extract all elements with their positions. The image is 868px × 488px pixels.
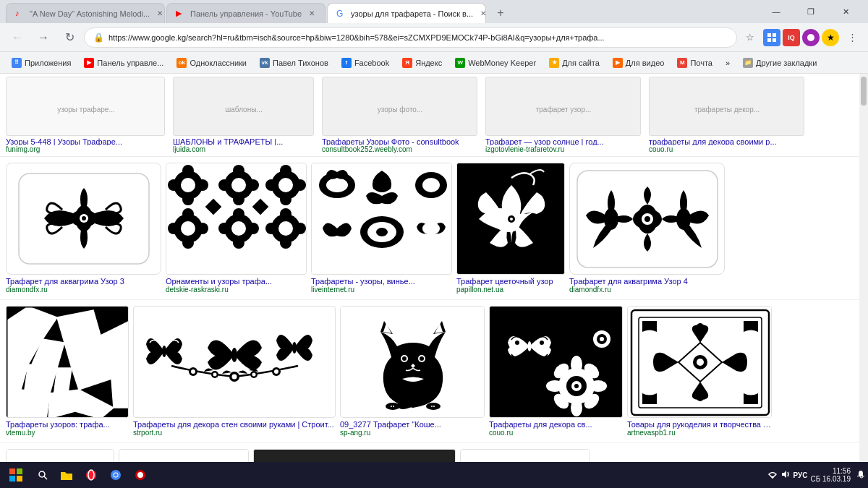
extension-icon1[interactable] [802,29,820,46]
svg-point-54 [247,223,259,234]
img-title-5: Трафарет для аквагрима Узор 4 [569,277,725,286]
bookmark-others[interactable]: 📁 Другие закладки [737,56,822,69]
image-card-8[interactable]: 09_3277 Трафарет "Коше... sp-ang.ru [340,306,485,437]
image-card-5[interactable]: Трафарет для аквагрима Узор 4 diamondfx.… [569,163,725,294]
reload-button[interactable]: ↻ [58,26,81,49]
svg-point-134 [697,359,704,366]
wmk-icon: W [455,58,465,68]
bookmark-video[interactable]: ▶ Для видео [607,56,671,69]
bookmark-ok[interactable]: ok Одноклассники [171,56,252,69]
img-url-6: vtemu.by [6,429,129,437]
svg-point-37 [280,165,292,176]
taskbar-search[interactable] [32,463,54,487]
image-card-2[interactable]: Орнаменты и узоры трафа... detskie-raskr… [166,163,307,294]
img-url-10: artnevaspb1.ru [627,429,772,437]
svg-point-34 [235,181,242,189]
close-button[interactable]: ✕ [829,0,862,23]
svg-point-135 [697,323,704,330]
svg-point-101 [252,372,255,376]
back-button[interactable]: ← [6,26,29,49]
svg-point-107 [402,356,407,361]
forward-button[interactable]: → [32,26,55,49]
image-card-3[interactable]: Трафареты - узоры, виньe... liveinternet… [311,163,452,294]
image-card-4[interactable]: Трафарет цветочный узор papillon.net.ua [456,163,565,294]
svg-point-119 [590,380,607,392]
new-tab-button[interactable]: + [490,3,511,23]
bookmark-youtube-label: Панель управле... [97,59,163,67]
start-button[interactable] [3,462,29,488]
tab-3[interactable]: G узоры для трафарета - Поиск в... ✕ [327,3,486,23]
tab-2[interactable]: ▶ Панель управления - YouTube ✕ [166,3,326,23]
tab1-close[interactable]: ✕ [154,8,165,20]
top-title-2: ШАБЛОНЫ и ТРАФАРЕТЫ |... [173,137,314,145]
bookmark-more[interactable]: » [720,57,736,69]
bookmark-fb-label: Facebook [354,59,389,67]
bookmark-yandex[interactable]: Я Яндекс [396,56,448,69]
taskbar-items [29,463,767,487]
bookmark-gmail[interactable]: M Почта [671,56,718,69]
taskbar-record[interactable] [129,463,152,487]
top-img-1: узоры трафаре... [6,77,165,136]
taskbar-chrome[interactable] [104,463,127,487]
top-item-4[interactable]: трафарет узор... Трафарет — узор солнце … [485,77,644,153]
svg-point-58 [280,208,292,220]
minimize-button[interactable]: — [760,0,793,23]
top-url-4: izgotovlenie-trafaretov.ru [485,145,644,153]
profile-icon2[interactable]: IQ [783,29,800,46]
image-card-1[interactable]: Трафарет для аквагрима Узор 3 diamondfx.… [6,163,161,294]
tab-1[interactable]: ♪ "A New Day" Astonishing Melodi... ✕ [6,3,165,23]
taskbar-files[interactable] [55,463,78,487]
menu-button[interactable]: ⋮ [842,27,862,48]
maximize-button[interactable]: ❐ [794,0,827,23]
top-item-3[interactable]: узоры фото... Трафареты Узоры Фото - con… [322,77,481,153]
language-indicator[interactable]: РУС [793,471,808,479]
bookmark-youtube[interactable]: ▶ Панель управле... [78,56,169,69]
svg-point-129 [600,337,604,341]
bookmark-site[interactable]: ★ Для сайта [543,56,605,69]
top-url-3: consultbook252.weebly.com [322,145,481,153]
notifications-icon[interactable] [856,470,865,480]
svg-rect-0 [767,33,771,37]
top-img-5: трафареты декор... [649,77,804,136]
svg-point-112 [528,341,532,351]
svg-point-32 [218,179,230,191]
image-card-9[interactable]: Трафареты для декора св... couo.ru [489,306,623,437]
svg-point-73 [422,222,440,235]
bookmark-star-button[interactable]: ☆ [740,27,760,48]
clock: 11:56 СБ 16.03.19 [811,467,851,483]
img-url-3: liveinternet.ru [311,286,452,294]
image-card-10[interactable]: Товары для рукоделия и творчества от про… [627,306,772,437]
taskbar-opera[interactable] [80,463,103,487]
top-item-2[interactable]: шаблоны... ШАБЛОНЫ и ТРАФАРЕТЫ |... ljui… [173,77,318,153]
svg-rect-90 [135,308,334,416]
address-bar[interactable]: 🔒 https://www.google.kg/search?hl=ru&tbm… [84,27,737,48]
bookmark-fb[interactable]: f Facebook [336,56,395,69]
profile-icon1[interactable] [763,29,780,46]
bookmark-wmk[interactable]: W WebMoney Keeper [449,56,542,69]
image-card-7[interactable]: Трафареты для декора стен своими руками … [133,306,336,437]
scrollbar-track[interactable] [859,74,868,472]
svg-point-126 [574,384,579,388]
img-title-4: Трафарет цветочный узор [456,277,565,286]
img-title-3: Трафареты - узоры, виньe... [311,277,452,286]
svg-point-97 [213,372,216,376]
bookmark-apps[interactable]: ⠿ Приложения [6,56,77,69]
top-item-1[interactable]: узоры трафаре... Узоры 5-448 | Узоры Тра… [6,77,169,153]
top-item-5[interactable]: трафареты декор... трафареты для декора … [649,77,808,153]
img-container-7 [133,306,336,418]
tab3-close[interactable]: ✕ [477,8,486,20]
bookmark-vk[interactable]: vk Павел Тихонов [254,56,334,69]
lock-icon: 🔒 [93,33,104,43]
tab2-close[interactable]: ✕ [306,8,318,20]
svg-point-93 [231,348,237,362]
extension-icon2[interactable]: ★ [822,29,839,46]
img-title-1: Трафарет для аквагрима Узор 3 [6,277,161,286]
sound-icon[interactable] [780,469,791,481]
img-url-5: diamondfx.ru [569,286,725,294]
image-card-6[interactable]: Трафареты узоров: трафа... vtemu.by [6,306,129,437]
img-container-9 [489,306,623,418]
bookmark-more-label: » [726,59,730,67]
scrollbar-thumb[interactable] [861,77,867,106]
network-icon[interactable] [767,469,778,481]
svg-point-67 [326,178,348,192]
